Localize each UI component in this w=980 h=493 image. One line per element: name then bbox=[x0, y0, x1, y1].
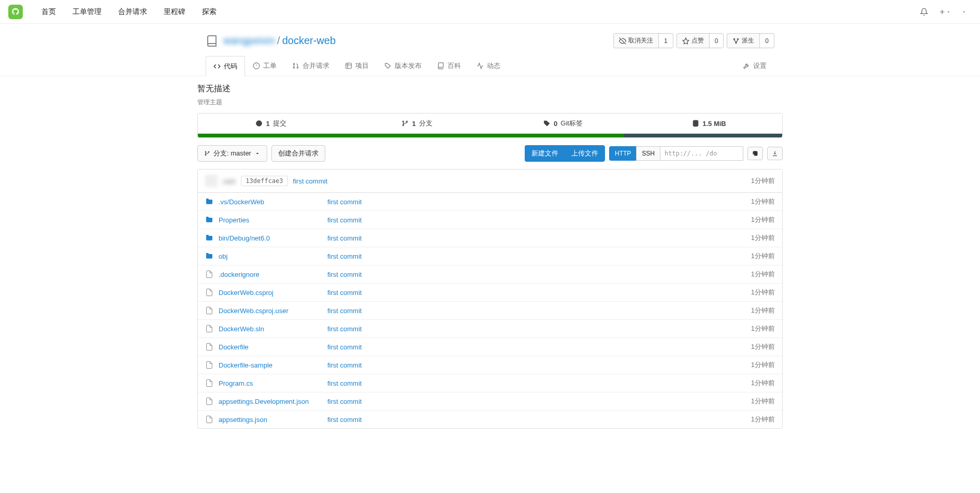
tab-code[interactable]: 代码 bbox=[206, 56, 245, 76]
file-listing: .vs/DockerWeb first commit 1分钟前 Properti… bbox=[197, 193, 783, 429]
tab-settings[interactable]: 设置 bbox=[735, 55, 774, 76]
file-row: Program.cs first commit 1分钟前 bbox=[198, 374, 782, 392]
site-logo[interactable] bbox=[8, 5, 23, 19]
file-icon bbox=[205, 325, 213, 333]
repo-action-0: 取消关注 1 bbox=[613, 33, 673, 48]
file-name-link[interactable]: Dockerfile bbox=[219, 343, 327, 351]
file-commit-link[interactable]: first commit bbox=[327, 343, 751, 351]
stat-commits[interactable]: 1提交 bbox=[198, 114, 344, 133]
file-name-link[interactable]: bin/Debug/net6.0 bbox=[219, 234, 327, 242]
tab-git-pr[interactable]: 合并请求 bbox=[284, 55, 337, 76]
file-name-link[interactable]: DockerWeb.csproj bbox=[219, 289, 327, 297]
repo-action-2-button[interactable]: 派生 bbox=[727, 34, 760, 48]
manage-topics-link[interactable]: 管理主题 bbox=[197, 98, 222, 107]
file-name-link[interactable]: DockerWeb.csproj.user bbox=[219, 307, 327, 315]
commit-sha[interactable]: 13deffcae3 bbox=[241, 176, 287, 186]
tab-book[interactable]: 百科 bbox=[429, 55, 469, 76]
file-name-link[interactable]: .dockerignore bbox=[219, 271, 327, 278]
file-commit-link[interactable]: first commit bbox=[327, 289, 751, 297]
stat-size[interactable]: 1.5 MiB bbox=[636, 114, 782, 133]
clone-url-input[interactable] bbox=[660, 146, 743, 161]
repo-action-2-count[interactable]: 0 bbox=[760, 35, 774, 47]
file-time: 1分钟前 bbox=[751, 251, 775, 261]
file-name-link[interactable]: .vs/DockerWeb bbox=[219, 198, 327, 206]
svg-point-14 bbox=[208, 151, 209, 152]
nav-pulls[interactable]: 合并请求 bbox=[110, 7, 155, 17]
clipboard-icon bbox=[752, 150, 758, 157]
create-menu[interactable] bbox=[933, 4, 956, 20]
tab-project[interactable]: 项目 bbox=[337, 55, 377, 76]
file-commit-link[interactable]: first commit bbox=[327, 379, 751, 387]
file-commit-link[interactable]: first commit bbox=[327, 361, 751, 369]
new-file-button[interactable]: 新建文件 bbox=[525, 145, 565, 162]
file-commit-link[interactable]: first commit bbox=[327, 252, 751, 260]
latest-commit-bar: user 13deffcae3 first commit 1分钟前 bbox=[197, 169, 783, 193]
download-icon bbox=[772, 150, 778, 157]
nav-issues[interactable]: 工单管理 bbox=[64, 7, 110, 17]
svg-point-6 bbox=[297, 67, 298, 68]
git-branch-icon bbox=[401, 120, 409, 127]
branch-dropdown[interactable]: 分支: master bbox=[197, 145, 267, 162]
file-name-link[interactable]: Program.cs bbox=[219, 379, 327, 387]
tab-activity[interactable]: 动态 bbox=[469, 55, 508, 76]
copy-url-button[interactable] bbox=[747, 147, 763, 160]
eye-off-icon bbox=[619, 37, 626, 45]
file-commit-link[interactable]: first commit bbox=[327, 271, 751, 278]
tab-tag[interactable]: 版本发布 bbox=[377, 55, 429, 76]
top-navbar: 首页 工单管理 合并请求 里程碑 探索 bbox=[0, 0, 980, 24]
repo-title: wangpeixin / docker-web bbox=[206, 35, 336, 47]
file-row: bin/Debug/net6.0 first commit 1分钟前 bbox=[198, 229, 782, 247]
file-time: 1分钟前 bbox=[751, 215, 775, 224]
svg-rect-7 bbox=[346, 63, 352, 69]
nav-milestones[interactable]: 里程碑 bbox=[155, 7, 194, 17]
repo-stats-bar: 1提交 1分支 0Git标签 1.5 MiB bbox=[197, 113, 783, 134]
download-button[interactable] bbox=[767, 147, 783, 160]
nav-explore[interactable]: 探索 bbox=[194, 7, 225, 17]
file-commit-link[interactable]: first commit bbox=[327, 416, 751, 424]
svg-point-4 bbox=[293, 63, 294, 64]
file-name-link[interactable]: DockerWeb.sln bbox=[219, 325, 327, 333]
commit-message-link[interactable]: first commit bbox=[293, 177, 327, 185]
repo-toolbar: 分支: master 创建合并请求 新建文件 上传文件 HTTP SSH bbox=[197, 145, 783, 162]
file-name-link[interactable]: Properties bbox=[219, 216, 327, 224]
commit-author-avatar[interactable] bbox=[205, 175, 218, 187]
file-commit-link[interactable]: first commit bbox=[327, 307, 751, 315]
repo-action-1: 点赞 0 bbox=[676, 33, 724, 48]
repo-icon bbox=[206, 35, 218, 47]
notifications-button[interactable] bbox=[915, 4, 933, 20]
repo-action-0-count[interactable]: 1 bbox=[659, 35, 673, 47]
file-row: DockerWeb.csproj first commit 1分钟前 bbox=[198, 283, 782, 301]
file-time: 1分钟前 bbox=[751, 306, 775, 315]
file-commit-link[interactable]: first commit bbox=[327, 198, 751, 206]
user-menu[interactable] bbox=[956, 5, 972, 19]
repo-owner-link[interactable]: wangpeixin bbox=[223, 35, 275, 47]
file-row: DockerWeb.csproj.user first commit 1分钟前 bbox=[198, 301, 782, 319]
upload-file-button[interactable]: 上传文件 bbox=[565, 145, 605, 162]
repo-action-0-button[interactable]: 取消关注 bbox=[614, 34, 659, 48]
file-icon bbox=[205, 306, 213, 315]
clone-http-tab[interactable]: HTTP bbox=[609, 146, 636, 161]
stat-tags[interactable]: 0Git标签 bbox=[490, 114, 636, 133]
file-commit-link[interactable]: first commit bbox=[327, 325, 751, 333]
repo-action-1-count[interactable]: 0 bbox=[710, 35, 724, 47]
file-name-link[interactable]: appsettings.json bbox=[219, 416, 327, 424]
file-icon bbox=[205, 361, 213, 369]
file-commit-link[interactable]: first commit bbox=[327, 216, 751, 224]
file-time: 1分钟前 bbox=[751, 270, 775, 279]
repo-action-1-button[interactable]: 点赞 bbox=[677, 34, 710, 48]
clone-ssh-tab[interactable]: SSH bbox=[636, 146, 660, 161]
repo-name-link[interactable]: docker-web bbox=[282, 35, 336, 47]
file-commit-link[interactable]: first commit bbox=[327, 398, 751, 405]
nav-home[interactable]: 首页 bbox=[33, 7, 64, 17]
file-row: .vs/DockerWeb first commit 1分钟前 bbox=[198, 193, 782, 210]
file-name-link[interactable]: appsettings.Development.json bbox=[219, 398, 327, 405]
commit-author-name[interactable]: user bbox=[223, 177, 236, 185]
file-time: 1分钟前 bbox=[751, 288, 775, 297]
file-name-link[interactable]: obj bbox=[219, 252, 327, 260]
stat-branches[interactable]: 1分支 bbox=[344, 114, 490, 133]
new-pr-button[interactable]: 创建合并请求 bbox=[271, 145, 325, 162]
file-commit-link[interactable]: first commit bbox=[327, 234, 751, 242]
file-name-link[interactable]: Dockerfile-sample bbox=[219, 361, 327, 369]
tab-issue[interactable]: 工单 bbox=[245, 55, 284, 76]
svg-point-1 bbox=[738, 38, 739, 39]
